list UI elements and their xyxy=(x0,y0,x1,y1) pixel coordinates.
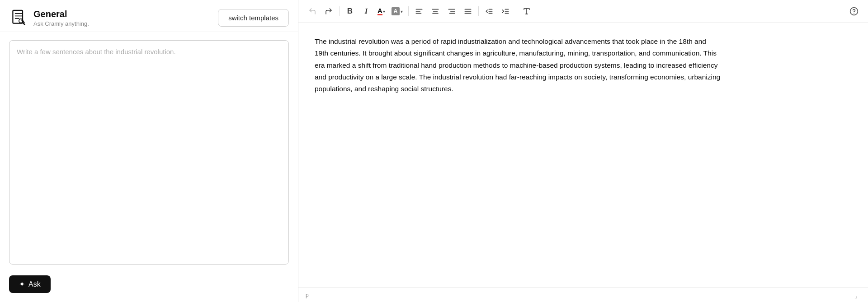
separator-3 xyxy=(478,6,479,16)
textarea-container xyxy=(0,32,298,269)
switch-templates-button[interactable]: switch templates xyxy=(218,9,289,27)
header-subtitle: Ask Cramly anything. xyxy=(33,20,89,27)
italic-icon: I xyxy=(365,7,368,16)
editor-content[interactable]: The industrial revolution was a period o… xyxy=(298,23,868,288)
document-icon xyxy=(10,9,27,26)
text-color-chevron-icon: ▾ xyxy=(383,9,385,14)
indent-icon xyxy=(501,7,509,15)
right-panel: B I A ▾ A ▾ xyxy=(298,0,868,302)
indent-button[interactable] xyxy=(498,4,513,19)
align-center-icon xyxy=(431,7,439,15)
help-icon xyxy=(849,7,859,16)
editor-text: The industrial revolution was a period o… xyxy=(315,36,722,95)
left-panel: General Ask Cramly anything. switch temp… xyxy=(0,0,298,302)
align-justify-icon xyxy=(464,7,472,15)
header-text: General Ask Cramly anything. xyxy=(33,9,89,27)
undo-icon xyxy=(308,7,316,15)
separator-1 xyxy=(339,6,340,16)
align-left-button[interactable] xyxy=(411,4,427,19)
ask-button[interactable]: ✦ Ask xyxy=(9,275,51,293)
outdent-button[interactable] xyxy=(481,4,497,19)
redo-icon xyxy=(325,7,333,15)
help-button[interactable] xyxy=(846,4,862,19)
ask-button-label: Ask xyxy=(28,280,41,288)
header-title: General xyxy=(33,9,89,19)
align-center-button[interactable] xyxy=(428,4,443,19)
align-right-button[interactable] xyxy=(444,4,459,19)
ask-btn-container: ✦ Ask xyxy=(0,269,298,302)
bold-icon: B xyxy=(347,7,353,16)
undo-button[interactable] xyxy=(305,4,320,19)
app-icon xyxy=(9,8,28,27)
toolbar: B I A ▾ A ▾ xyxy=(298,0,868,23)
text-color-button[interactable]: A ▾ xyxy=(375,4,388,19)
redo-button[interactable] xyxy=(321,4,336,19)
ask-icon: ✦ xyxy=(19,280,25,288)
special-format-icon xyxy=(523,7,531,15)
text-color-label: A xyxy=(377,7,382,15)
align-justify-button[interactable] xyxy=(460,4,476,19)
left-header: General Ask Cramly anything. switch temp… xyxy=(0,0,298,32)
paragraph-indicator: p xyxy=(306,292,309,298)
align-left-icon xyxy=(415,7,423,15)
highlight-color-chevron-icon: ▾ xyxy=(401,9,403,14)
special-format-button[interactable] xyxy=(519,4,534,19)
align-right-icon xyxy=(448,7,456,15)
highlight-color-label: A xyxy=(392,7,400,15)
highlight-color-button[interactable]: A ▾ xyxy=(389,4,406,19)
separator-2 xyxy=(408,6,409,16)
main-textarea[interactable] xyxy=(9,40,289,265)
outdent-icon xyxy=(485,7,493,15)
separator-4 xyxy=(516,6,516,16)
resize-handle[interactable]: ⌟ xyxy=(854,292,861,298)
status-bar: p ⌟ xyxy=(298,288,868,302)
italic-button[interactable]: I xyxy=(359,4,374,19)
bold-button[interactable]: B xyxy=(342,4,358,19)
svg-rect-0 xyxy=(13,10,23,23)
header-left: General Ask Cramly anything. xyxy=(9,8,89,27)
